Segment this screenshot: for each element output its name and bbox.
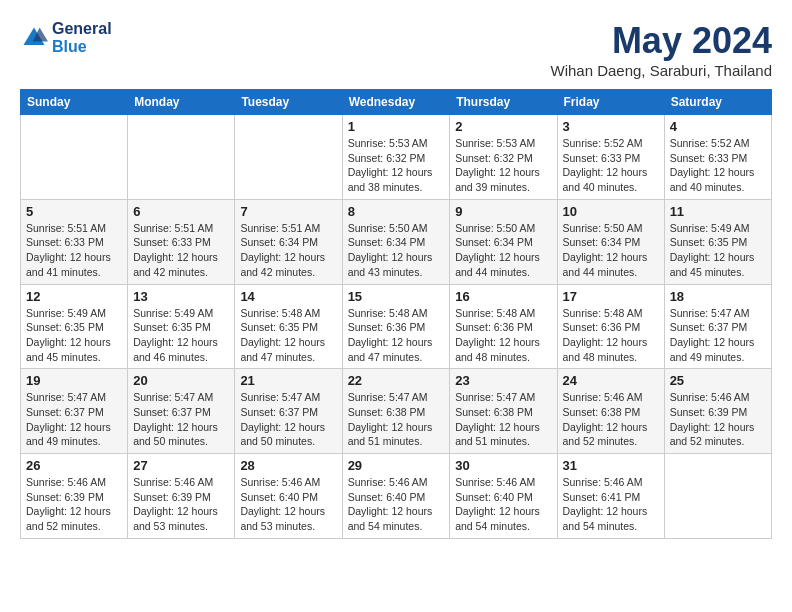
- weekday-header-sunday: Sunday: [21, 90, 128, 115]
- day-number: 13: [133, 289, 229, 304]
- calendar-day-cell: 5Sunrise: 5:51 AM Sunset: 6:33 PM Daylig…: [21, 199, 128, 284]
- calendar-day-cell: 1Sunrise: 5:53 AM Sunset: 6:32 PM Daylig…: [342, 115, 450, 200]
- day-info: Sunrise: 5:47 AM Sunset: 6:38 PM Dayligh…: [348, 390, 445, 449]
- title-section: May 2024 Wihan Daeng, Saraburi, Thailand: [550, 20, 772, 79]
- day-info: Sunrise: 5:52 AM Sunset: 6:33 PM Dayligh…: [670, 136, 766, 195]
- calendar-day-cell: 4Sunrise: 5:52 AM Sunset: 6:33 PM Daylig…: [664, 115, 771, 200]
- calendar-day-cell: 16Sunrise: 5:48 AM Sunset: 6:36 PM Dayli…: [450, 284, 557, 369]
- day-info: Sunrise: 5:51 AM Sunset: 6:33 PM Dayligh…: [133, 221, 229, 280]
- day-info: Sunrise: 5:50 AM Sunset: 6:34 PM Dayligh…: [563, 221, 659, 280]
- day-number: 27: [133, 458, 229, 473]
- calendar-day-cell: 23Sunrise: 5:47 AM Sunset: 6:38 PM Dayli…: [450, 369, 557, 454]
- calendar-day-cell: 6Sunrise: 5:51 AM Sunset: 6:33 PM Daylig…: [128, 199, 235, 284]
- calendar-day-cell: 26Sunrise: 5:46 AM Sunset: 6:39 PM Dayli…: [21, 454, 128, 539]
- day-number: 17: [563, 289, 659, 304]
- day-info: Sunrise: 5:50 AM Sunset: 6:34 PM Dayligh…: [348, 221, 445, 280]
- month-year-title: May 2024: [550, 20, 772, 62]
- day-number: 7: [240, 204, 336, 219]
- weekday-header-friday: Friday: [557, 90, 664, 115]
- calendar-day-cell: 27Sunrise: 5:46 AM Sunset: 6:39 PM Dayli…: [128, 454, 235, 539]
- calendar-day-cell: 28Sunrise: 5:46 AM Sunset: 6:40 PM Dayli…: [235, 454, 342, 539]
- day-number: 3: [563, 119, 659, 134]
- calendar-day-cell: 8Sunrise: 5:50 AM Sunset: 6:34 PM Daylig…: [342, 199, 450, 284]
- day-info: Sunrise: 5:47 AM Sunset: 6:37 PM Dayligh…: [240, 390, 336, 449]
- day-number: 5: [26, 204, 122, 219]
- day-number: 21: [240, 373, 336, 388]
- day-number: 30: [455, 458, 551, 473]
- calendar-day-cell: 19Sunrise: 5:47 AM Sunset: 6:37 PM Dayli…: [21, 369, 128, 454]
- day-number: 4: [670, 119, 766, 134]
- day-info: Sunrise: 5:49 AM Sunset: 6:35 PM Dayligh…: [670, 221, 766, 280]
- day-info: Sunrise: 5:51 AM Sunset: 6:34 PM Dayligh…: [240, 221, 336, 280]
- calendar-day-cell: 21Sunrise: 5:47 AM Sunset: 6:37 PM Dayli…: [235, 369, 342, 454]
- calendar-day-cell: 10Sunrise: 5:50 AM Sunset: 6:34 PM Dayli…: [557, 199, 664, 284]
- day-info: Sunrise: 5:52 AM Sunset: 6:33 PM Dayligh…: [563, 136, 659, 195]
- weekday-header-saturday: Saturday: [664, 90, 771, 115]
- day-number: 1: [348, 119, 445, 134]
- day-info: Sunrise: 5:48 AM Sunset: 6:35 PM Dayligh…: [240, 306, 336, 365]
- day-number: 2: [455, 119, 551, 134]
- day-number: 26: [26, 458, 122, 473]
- day-number: 14: [240, 289, 336, 304]
- day-info: Sunrise: 5:48 AM Sunset: 6:36 PM Dayligh…: [348, 306, 445, 365]
- calendar-day-cell: 12Sunrise: 5:49 AM Sunset: 6:35 PM Dayli…: [21, 284, 128, 369]
- calendar-week-row: 26Sunrise: 5:46 AM Sunset: 6:39 PM Dayli…: [21, 454, 772, 539]
- day-info: Sunrise: 5:46 AM Sunset: 6:39 PM Dayligh…: [133, 475, 229, 534]
- calendar-day-cell: 18Sunrise: 5:47 AM Sunset: 6:37 PM Dayli…: [664, 284, 771, 369]
- logo: General Blue: [20, 20, 112, 56]
- calendar-day-cell: 13Sunrise: 5:49 AM Sunset: 6:35 PM Dayli…: [128, 284, 235, 369]
- day-number: 9: [455, 204, 551, 219]
- day-info: Sunrise: 5:53 AM Sunset: 6:32 PM Dayligh…: [455, 136, 551, 195]
- weekday-header-monday: Monday: [128, 90, 235, 115]
- calendar-day-cell: 11Sunrise: 5:49 AM Sunset: 6:35 PM Dayli…: [664, 199, 771, 284]
- day-number: 29: [348, 458, 445, 473]
- calendar-table: SundayMondayTuesdayWednesdayThursdayFrid…: [20, 89, 772, 539]
- day-number: 24: [563, 373, 659, 388]
- logo-text: General Blue: [52, 20, 112, 56]
- day-number: 22: [348, 373, 445, 388]
- day-info: Sunrise: 5:48 AM Sunset: 6:36 PM Dayligh…: [563, 306, 659, 365]
- calendar-day-cell: 24Sunrise: 5:46 AM Sunset: 6:38 PM Dayli…: [557, 369, 664, 454]
- calendar-header-row: SundayMondayTuesdayWednesdayThursdayFrid…: [21, 90, 772, 115]
- day-number: 6: [133, 204, 229, 219]
- day-info: Sunrise: 5:46 AM Sunset: 6:40 PM Dayligh…: [348, 475, 445, 534]
- day-number: 28: [240, 458, 336, 473]
- calendar-day-cell: 31Sunrise: 5:46 AM Sunset: 6:41 PM Dayli…: [557, 454, 664, 539]
- calendar-day-cell: 22Sunrise: 5:47 AM Sunset: 6:38 PM Dayli…: [342, 369, 450, 454]
- calendar-day-cell: 17Sunrise: 5:48 AM Sunset: 6:36 PM Dayli…: [557, 284, 664, 369]
- empty-cell: [664, 454, 771, 539]
- calendar-week-row: 12Sunrise: 5:49 AM Sunset: 6:35 PM Dayli…: [21, 284, 772, 369]
- empty-cell: [21, 115, 128, 200]
- day-number: 15: [348, 289, 445, 304]
- weekday-header-tuesday: Tuesday: [235, 90, 342, 115]
- day-info: Sunrise: 5:51 AM Sunset: 6:33 PM Dayligh…: [26, 221, 122, 280]
- calendar-day-cell: 15Sunrise: 5:48 AM Sunset: 6:36 PM Dayli…: [342, 284, 450, 369]
- day-info: Sunrise: 5:46 AM Sunset: 6:39 PM Dayligh…: [670, 390, 766, 449]
- day-number: 16: [455, 289, 551, 304]
- day-info: Sunrise: 5:46 AM Sunset: 6:40 PM Dayligh…: [240, 475, 336, 534]
- calendar-day-cell: 25Sunrise: 5:46 AM Sunset: 6:39 PM Dayli…: [664, 369, 771, 454]
- weekday-header-thursday: Thursday: [450, 90, 557, 115]
- calendar-day-cell: 9Sunrise: 5:50 AM Sunset: 6:34 PM Daylig…: [450, 199, 557, 284]
- calendar-day-cell: 2Sunrise: 5:53 AM Sunset: 6:32 PM Daylig…: [450, 115, 557, 200]
- day-number: 12: [26, 289, 122, 304]
- calendar-week-row: 19Sunrise: 5:47 AM Sunset: 6:37 PM Dayli…: [21, 369, 772, 454]
- day-info: Sunrise: 5:46 AM Sunset: 6:41 PM Dayligh…: [563, 475, 659, 534]
- calendar-day-cell: 29Sunrise: 5:46 AM Sunset: 6:40 PM Dayli…: [342, 454, 450, 539]
- empty-cell: [235, 115, 342, 200]
- day-info: Sunrise: 5:46 AM Sunset: 6:39 PM Dayligh…: [26, 475, 122, 534]
- day-info: Sunrise: 5:53 AM Sunset: 6:32 PM Dayligh…: [348, 136, 445, 195]
- location-subtitle: Wihan Daeng, Saraburi, Thailand: [550, 62, 772, 79]
- empty-cell: [128, 115, 235, 200]
- day-number: 10: [563, 204, 659, 219]
- day-number: 31: [563, 458, 659, 473]
- calendar-day-cell: 3Sunrise: 5:52 AM Sunset: 6:33 PM Daylig…: [557, 115, 664, 200]
- day-info: Sunrise: 5:47 AM Sunset: 6:37 PM Dayligh…: [26, 390, 122, 449]
- day-number: 23: [455, 373, 551, 388]
- day-info: Sunrise: 5:46 AM Sunset: 6:38 PM Dayligh…: [563, 390, 659, 449]
- logo-icon: [20, 24, 48, 52]
- calendar-day-cell: 14Sunrise: 5:48 AM Sunset: 6:35 PM Dayli…: [235, 284, 342, 369]
- calendar-week-row: 1Sunrise: 5:53 AM Sunset: 6:32 PM Daylig…: [21, 115, 772, 200]
- calendar-day-cell: 20Sunrise: 5:47 AM Sunset: 6:37 PM Dayli…: [128, 369, 235, 454]
- day-number: 20: [133, 373, 229, 388]
